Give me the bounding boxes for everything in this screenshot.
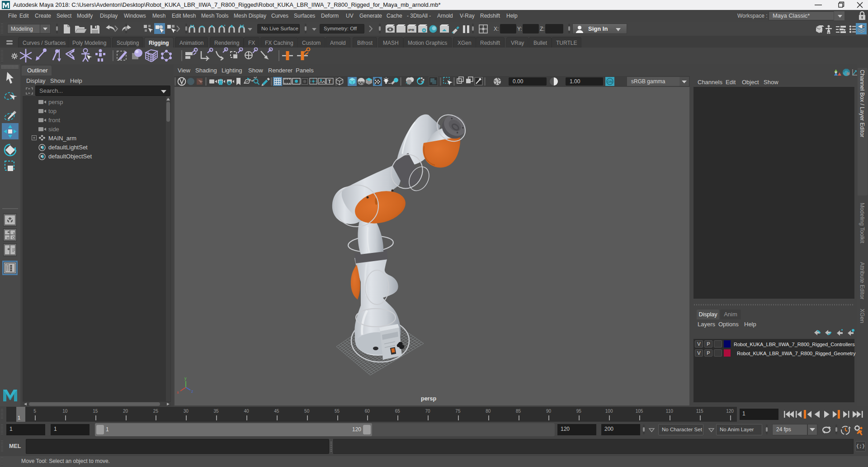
svg-text:y: y — [184, 376, 187, 381]
svg-text:T: T — [328, 79, 331, 84]
svg-text:persp: persp — [421, 396, 436, 402]
svg-text:x: x — [177, 390, 179, 395]
svg-text:ON: ON — [608, 80, 613, 84]
svg-text:z: z — [191, 389, 193, 394]
svg-text:IPR: IPR — [408, 28, 415, 32]
